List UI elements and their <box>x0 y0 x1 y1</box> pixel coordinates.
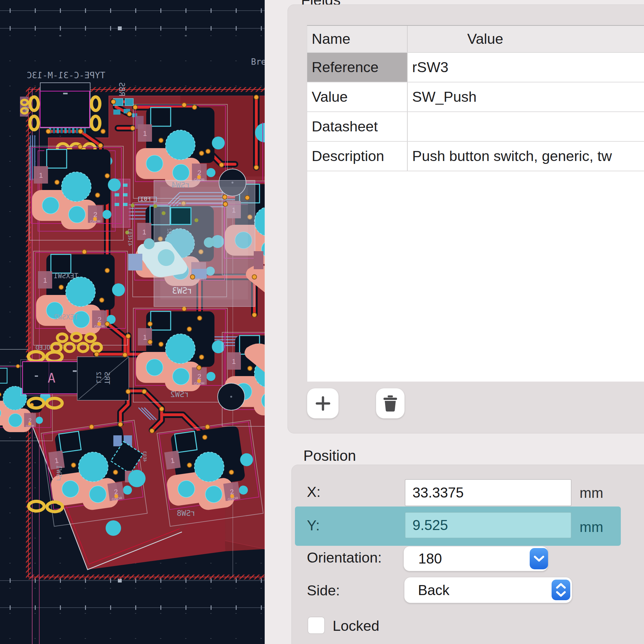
orientation-dropdown-button[interactable] <box>530 548 548 569</box>
y-label: Y: <box>307 517 320 534</box>
field-value-cell[interactable]: rSW3 <box>408 53 644 82</box>
field-value-cell[interactable]: Push button switch, generic, tw <box>408 142 644 171</box>
plus-icon <box>316 396 330 411</box>
y-unit: mm <box>580 519 603 535</box>
trs-jack <box>77 357 129 400</box>
field-row-reference[interactable]: ReferencerSW3 <box>307 53 644 82</box>
side-stepper-button[interactable] <box>552 580 570 600</box>
silkscreen-text: 414E03 <box>127 229 133 246</box>
silkscreen-text: OLED <box>35 344 50 351</box>
properties-panel: Fields Name Value ReferencerSW3ValueSW_P… <box>265 0 644 644</box>
side-label: Side: <box>307 582 340 599</box>
pcb-canvas[interactable]: 1 2 GNDR <box>0 0 265 644</box>
x-position-input[interactable]: 33.3375 <box>405 479 572 506</box>
orientation-value: 180 <box>418 551 442 567</box>
side-value: Back <box>418 582 450 598</box>
silkscreen-text: TEXSW1 <box>54 272 78 280</box>
side-combo[interactable]: Back <box>404 577 572 603</box>
silkscreen-text: RBS <box>117 82 126 96</box>
silkscreen-text: rSW3 <box>172 286 193 296</box>
field-value-cell[interactable] <box>408 112 644 141</box>
field-name-cell[interactable]: Value <box>307 82 408 111</box>
orientation-combo[interactable]: 180 <box>403 546 548 571</box>
locked-checkbox[interactable] <box>308 617 325 634</box>
locked-label: Locked <box>333 618 379 634</box>
silkscreen-text: A <box>48 371 55 385</box>
silkscreen-text: TEXSW2 <box>54 313 78 321</box>
x-unit: mm <box>580 485 603 501</box>
delete-field-button[interactable] <box>376 388 405 419</box>
silkscreen-text: S2 <box>166 228 172 234</box>
add-field-button[interactable] <box>307 388 339 419</box>
fields-table[interactable]: Name Value ReferencerSW3ValueSW_PushData… <box>307 25 644 382</box>
field-value-cell[interactable]: SW_Push <box>408 82 644 111</box>
column-header-name[interactable]: Name <box>307 26 408 52</box>
silkscreen-text: rSW1 <box>55 465 63 482</box>
silkscreen-text: rSW8 <box>177 509 195 518</box>
silkscreen-text: TRS <box>103 372 111 384</box>
field-name-cell[interactable]: Reference <box>307 53 408 82</box>
field-row-value[interactable]: ValueSW_Push <box>307 82 644 112</box>
silkscreen-text: rSW2 <box>170 390 189 399</box>
up-down-chevrons-icon <box>555 582 566 597</box>
position-section-title: Position <box>303 447 356 464</box>
table-header-row: Name Value <box>307 26 644 53</box>
trash-icon <box>383 395 397 412</box>
silkscreen-text: 4E03 <box>142 451 147 462</box>
silkscreen-text: L12 <box>95 372 103 383</box>
x-label: X: <box>307 484 321 500</box>
orientation-label: Orientation: <box>307 549 382 566</box>
y-position-input[interactable]: 9.525 <box>405 512 572 538</box>
silkscreen-text: Bre <box>251 57 265 67</box>
field-row-datasheet[interactable]: Datasheet <box>307 112 644 142</box>
column-header-value[interactable]: Value <box>467 31 503 47</box>
silkscreen-text: S1 <box>24 106 30 112</box>
silkscreen-text: TYPE-C-31-M-13C <box>27 70 105 80</box>
field-name-cell[interactable]: Datasheet <box>307 112 408 141</box>
pcb-layout-view[interactable]: 1 2 GNDR <box>0 0 265 644</box>
chevron-down-icon <box>534 555 545 562</box>
silkscreen-text: F01 <box>140 195 151 202</box>
silkscreen-text: rSW4 <box>171 181 190 190</box>
field-row-description[interactable]: DescriptionPush button switch, generic, … <box>307 142 644 171</box>
field-name-cell[interactable]: Description <box>307 142 408 171</box>
